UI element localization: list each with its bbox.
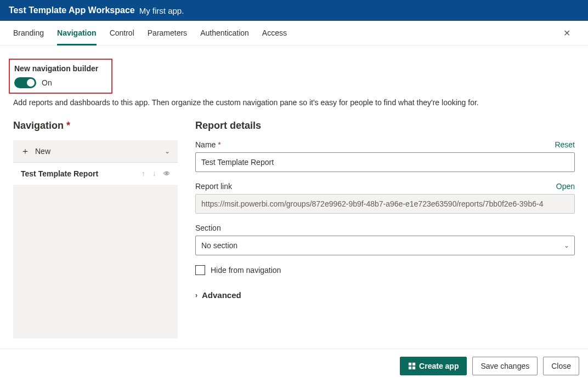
description-text: Add reports and dashboards to this app. … xyxy=(13,98,575,107)
navigation-item-label: Test Template Report xyxy=(21,169,98,178)
advanced-label: Advanced xyxy=(202,290,241,300)
link-open-link[interactable]: Open xyxy=(556,182,575,191)
toggle-label: New navigation builder xyxy=(14,64,98,73)
name-label-text: Name xyxy=(195,140,216,149)
nav-builder-highlight: New navigation builder On xyxy=(9,59,112,94)
header-subtitle: My first app. xyxy=(139,6,184,15)
toggle-state: On xyxy=(42,78,52,87)
navigation-new-label: New xyxy=(35,147,50,156)
name-label: Name * xyxy=(195,140,221,149)
navigation-column: Navigation * ＋ New ⌄ Test Template Repor… xyxy=(13,120,178,339)
name-field: Name * Reset xyxy=(195,140,575,172)
required-asterisk: * xyxy=(218,140,220,149)
section-label: Section xyxy=(195,224,221,232)
details-title: Report details xyxy=(195,120,575,132)
tab-access[interactable]: Access xyxy=(262,21,287,45)
toggle-row: On xyxy=(14,77,98,88)
navigation-item-actions: ↑ ↓ 👁 xyxy=(142,170,170,178)
save-changes-button[interactable]: Save changes xyxy=(472,357,538,375)
nav-panel-space xyxy=(13,185,178,339)
svg-rect-0 xyxy=(409,363,411,365)
svg-rect-2 xyxy=(409,367,411,369)
tabs: Branding Navigation Control Parameters A… xyxy=(13,21,287,45)
chevron-right-icon: › xyxy=(195,291,197,299)
create-app-button[interactable]: Create app xyxy=(400,357,467,375)
close-icon[interactable]: ✕ xyxy=(559,26,575,41)
tabs-row: Branding Navigation Control Parameters A… xyxy=(0,21,588,45)
name-input[interactable] xyxy=(195,152,575,172)
link-input xyxy=(195,194,575,214)
move-down-icon[interactable]: ↓ xyxy=(152,170,156,178)
navigation-panel: ＋ New ⌄ Test Template Report ↑ ↓ 👁 xyxy=(13,140,178,339)
tab-control[interactable]: Control xyxy=(110,21,134,45)
section-field: Section ⌄ xyxy=(195,224,575,255)
nav-builder-toggle[interactable] xyxy=(14,77,36,88)
advanced-expander[interactable]: › Advanced xyxy=(195,290,575,300)
tab-authentication[interactable]: Authentication xyxy=(200,21,249,45)
svg-rect-1 xyxy=(412,363,415,365)
required-asterisk: * xyxy=(66,120,70,131)
header-title: Test Template App Workspace xyxy=(9,5,135,15)
content: New navigation builder On Add reports an… xyxy=(0,45,588,348)
tab-parameters[interactable]: Parameters xyxy=(148,21,187,45)
app-header: Test Template App Workspace My first app… xyxy=(0,0,588,21)
navigation-new-button[interactable]: ＋ New ⌄ xyxy=(13,140,178,163)
navigation-title: Navigation * xyxy=(13,120,178,132)
create-app-label: Create app xyxy=(419,362,459,370)
section-select[interactable] xyxy=(195,236,575,255)
app-icon xyxy=(408,362,416,370)
link-field: Report link Open xyxy=(195,182,575,214)
footer: Create app Save changes Close xyxy=(0,348,588,383)
plus-icon: ＋ xyxy=(21,147,30,156)
name-reset-link[interactable]: Reset xyxy=(555,140,575,149)
hide-icon[interactable]: 👁 xyxy=(163,170,170,178)
tab-branding[interactable]: Branding xyxy=(13,21,44,45)
columns: Navigation * ＋ New ⌄ Test Template Repor… xyxy=(13,120,575,339)
move-up-icon[interactable]: ↑ xyxy=(142,170,145,178)
chevron-down-icon: ⌄ xyxy=(165,147,170,155)
link-label: Report link xyxy=(195,182,232,191)
details-column: Report details Name * Reset Report link … xyxy=(195,120,575,300)
close-button[interactable]: Close xyxy=(543,357,579,375)
navigation-item[interactable]: Test Template Report ↑ ↓ 👁 xyxy=(13,163,178,185)
hide-label: Hide from navigation xyxy=(211,266,281,275)
navigation-title-text: Navigation xyxy=(13,120,64,131)
svg-rect-3 xyxy=(412,367,415,369)
tab-navigation[interactable]: Navigation xyxy=(57,21,97,45)
hide-checkbox-row: Hide from navigation xyxy=(195,265,575,275)
hide-checkbox[interactable] xyxy=(195,265,205,275)
